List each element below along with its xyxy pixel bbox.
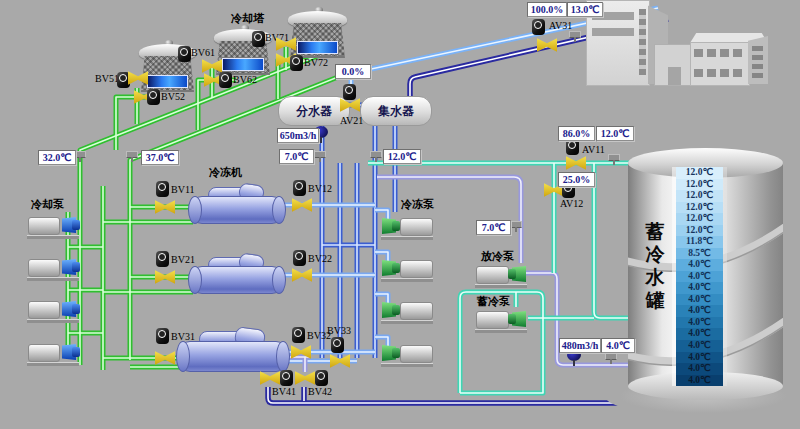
cooling-tower-3[interactable] (290, 11, 345, 58)
bv22-valve[interactable] (292, 268, 312, 282)
building-two-side (748, 36, 768, 84)
valve-tag-bv72: BV72 (304, 57, 328, 68)
readout-temp-4: 4.0℃ (601, 338, 635, 353)
tower-water (147, 75, 187, 88)
bv22-sensor[interactable] (293, 250, 306, 266)
discharge-pump[interactable] (474, 262, 528, 288)
building-window-strip (639, 9, 646, 75)
tower-water (222, 58, 263, 71)
tank-temp-row: 4.0℃ (676, 363, 723, 375)
bv71-sensor[interactable] (252, 31, 265, 47)
tank-temp-row: 12.0℃ (676, 202, 723, 214)
chiller-cap (188, 196, 202, 224)
valve-tag-bv33: BV33 (327, 325, 351, 336)
chilled-pump-4[interactable] (380, 341, 434, 367)
cooling-pump-3[interactable] (26, 297, 80, 323)
chilled-pump-2[interactable] (380, 256, 434, 282)
tank-temp-row: 12.0℃ (676, 190, 723, 202)
av11-sensor[interactable] (566, 139, 579, 155)
bv41-sensor[interactable] (280, 370, 293, 386)
tank-temp-row: 4.0℃ (676, 328, 723, 340)
av31-valve[interactable] (537, 38, 557, 52)
readout-av31-percent: 100.0% (527, 2, 567, 17)
tank-temp-row: 8.5℃ (676, 248, 723, 260)
valve-tag-bv11: BV11 (171, 184, 195, 195)
av21-valve[interactable] (340, 98, 360, 112)
readout-temp-12a: 12.0℃ (383, 149, 421, 164)
bv33-valve[interactable] (330, 354, 350, 368)
temp-sensor (510, 221, 522, 228)
tank-temp-row: 4.0℃ (676, 271, 723, 283)
window-column (752, 46, 763, 78)
bv32-sensor[interactable] (292, 327, 305, 343)
scada-ice-storage-screen: 12.0℃ 12.0℃ 12.0℃ 12.0℃ 12.0℃ 12.0℃ 11.8… (0, 0, 800, 429)
av11-valve[interactable] (566, 156, 586, 170)
cooling-pump-2[interactable] (26, 255, 80, 281)
temp-sensor (569, 31, 581, 38)
cooling-pump-4[interactable] (26, 340, 80, 366)
tank-temp-row: 4.0℃ (676, 282, 723, 294)
bv21-sensor[interactable] (156, 251, 169, 267)
readout-flow-480: 480m3/h (559, 338, 601, 353)
building-annex (654, 44, 692, 86)
readout-return-temp-37: 37.0℃ (141, 150, 179, 165)
tank-temp-row: 4.0℃ (676, 294, 723, 306)
chiller-cap (188, 266, 202, 294)
bv21-valve[interactable] (155, 270, 175, 284)
window-row (694, 49, 744, 57)
bv61-valve[interactable] (202, 59, 222, 73)
bv61-sensor[interactable] (178, 46, 191, 62)
valve-tag-bv42: BV42 (308, 386, 332, 397)
temp-sensor (314, 151, 326, 158)
chiller-2[interactable] (192, 254, 282, 296)
chilled-pump-1[interactable] (380, 214, 434, 240)
bv32-valve[interactable] (291, 345, 311, 359)
readout-av21-percent: 0.0% (335, 64, 371, 79)
readout-av12-percent: 25.0% (558, 172, 595, 187)
cooling-pump-1[interactable] (26, 213, 80, 239)
valve-tag-bv61: BV61 (191, 47, 215, 58)
bv11-valve[interactable] (155, 200, 175, 214)
chiller-cap (276, 341, 290, 372)
bv31-valve[interactable] (155, 351, 175, 365)
av21-sensor[interactable] (343, 84, 356, 100)
valve-tag-bv21: BV21 (171, 254, 195, 265)
bv12-valve[interactable] (292, 198, 312, 212)
tank-temp-row: 12.0℃ (676, 179, 723, 191)
valve-tag-av21: AV21 (340, 115, 363, 126)
readout-flow-650: 650m3/h (277, 128, 319, 143)
bv12-sensor[interactable] (293, 180, 306, 196)
bv72-sensor[interactable] (290, 55, 303, 71)
bv52-sensor[interactable] (147, 89, 160, 105)
valve-tag-av11: AV11 (582, 144, 605, 155)
bv31-sensor[interactable] (156, 328, 169, 344)
av31-sensor[interactable] (532, 19, 545, 35)
annex-door (668, 67, 681, 85)
valve-tag-bv22: BV22 (308, 253, 332, 264)
bv33-sensor[interactable] (331, 337, 344, 353)
bv42-sensor[interactable] (315, 370, 328, 386)
valve-tag-av31: AV31 (549, 20, 572, 31)
temp-sensor (126, 151, 138, 158)
bv11-sensor[interactable] (156, 181, 169, 197)
bv62-sensor[interactable] (219, 72, 232, 88)
tower-water (297, 41, 339, 54)
bv51-valve[interactable] (128, 71, 148, 85)
label-chilled-pump: 冷冻泵 (401, 197, 434, 212)
tank-temp-row: 4.0℃ (676, 259, 723, 271)
tank-temp-row: 4.0℃ (676, 340, 723, 352)
collector-tank[interactable]: 集水器 (360, 96, 432, 126)
storage-pump[interactable] (474, 307, 528, 333)
temp-sensor (605, 353, 617, 360)
tank-temp-row: 12.0℃ (676, 167, 723, 179)
label-chiller: 冷冻机 (209, 165, 242, 180)
building-two (690, 42, 750, 86)
storage-tank[interactable]: 12.0℃ 12.0℃ 12.0℃ 12.0℃ 12.0℃ 12.0℃ 11.8… (628, 148, 783, 398)
chiller-3[interactable] (180, 328, 286, 374)
chilled-pump-3[interactable] (380, 298, 434, 324)
bv42-valve[interactable] (295, 371, 315, 385)
chiller-1[interactable] (192, 184, 282, 226)
chiller-cap (176, 341, 190, 372)
tank-temp-row: 4.0℃ (676, 375, 723, 387)
chiller-cap (272, 196, 286, 224)
